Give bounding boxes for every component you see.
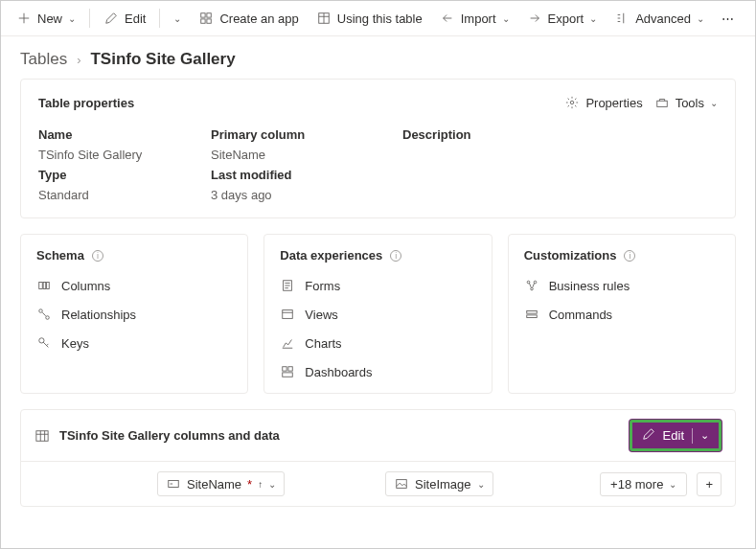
svg-rect-22 xyxy=(526,315,537,318)
advanced-label: Advanced xyxy=(635,11,691,26)
schema-keys-link[interactable]: Keys xyxy=(36,335,232,351)
plus-icon: + xyxy=(705,477,713,492)
breadcrumb-root[interactable]: Tables xyxy=(20,50,67,69)
edit-label: Edit xyxy=(125,11,146,26)
image-icon xyxy=(394,476,409,492)
chevron-down-icon: ⌄ xyxy=(502,13,510,24)
svg-point-10 xyxy=(39,309,43,313)
edit-button[interactable]: Edit xyxy=(96,7,153,30)
data-exp-title: Data experiences xyxy=(280,248,382,263)
svg-rect-17 xyxy=(283,373,293,377)
link-label: Keys xyxy=(61,336,89,351)
properties-label: Properties xyxy=(585,96,642,110)
info-icon[interactable]: i xyxy=(624,250,635,262)
chevron-down-icon: ⌄ xyxy=(477,479,485,490)
views-link[interactable]: Views xyxy=(280,307,475,322)
rules-icon xyxy=(524,278,539,293)
new-label: New xyxy=(37,11,62,26)
edit-data-button[interactable]: Edit ⌄ xyxy=(630,420,722,451)
overflow-button[interactable]: ⋯ xyxy=(714,8,742,30)
view-icon xyxy=(280,307,295,322)
svg-rect-24 xyxy=(169,481,179,488)
dashboards-link[interactable]: Dashboards xyxy=(280,364,475,379)
prop-label-description: Description xyxy=(402,127,718,142)
charts-link[interactable]: Charts xyxy=(280,335,475,351)
prop-value-modified: 3 days ago xyxy=(211,188,402,202)
more-columns-button[interactable]: +18 more ⌄ xyxy=(600,472,687,496)
chevron-down-icon: ⌄ xyxy=(268,479,276,490)
column-label: SiteImage xyxy=(415,477,471,492)
svg-rect-15 xyxy=(283,367,286,371)
chevron-down-icon: ⌄ xyxy=(173,13,181,24)
svg-rect-6 xyxy=(656,101,667,106)
svg-point-11 xyxy=(46,316,50,320)
chevron-down-icon[interactable]: ⌄ xyxy=(700,429,709,442)
relationships-icon xyxy=(36,307,52,322)
svg-point-20 xyxy=(530,287,533,290)
info-icon[interactable]: i xyxy=(390,250,401,262)
advanced-icon xyxy=(614,11,630,26)
tools-label: Tools xyxy=(676,96,704,110)
prop-label-primary: Primary column xyxy=(211,127,402,142)
svg-rect-2 xyxy=(201,19,205,23)
table-icon xyxy=(316,11,332,26)
export-button[interactable]: Export ⌄ xyxy=(519,7,606,30)
schema-relationships-link[interactable]: Relationships xyxy=(36,307,232,322)
info-icon[interactable]: i xyxy=(92,250,103,262)
column-label: SiteName xyxy=(187,477,241,492)
edit-dropdown[interactable]: ⌄ xyxy=(166,10,189,28)
card-title: Table properties xyxy=(38,96,134,110)
svg-rect-23 xyxy=(36,430,48,441)
overflow-icon: ⋯ xyxy=(722,11,734,26)
form-icon xyxy=(280,278,295,293)
chevron-down-icon: ⌄ xyxy=(697,13,704,24)
svg-rect-1 xyxy=(207,13,211,17)
create-app-button[interactable]: Create an app xyxy=(191,7,306,30)
data-grid-section: TSinfo Site Gallery columns and data Edi… xyxy=(20,409,736,507)
advanced-button[interactable]: Advanced ⌄ xyxy=(607,7,712,30)
link-label: Commands xyxy=(549,308,612,322)
prop-value-type: Standard xyxy=(38,188,211,202)
schema-columns-link[interactable]: Columns xyxy=(36,278,232,293)
svg-rect-3 xyxy=(207,19,211,23)
column-header-sitename[interactable]: SiteName * ↑ ⌄ xyxy=(157,471,285,496)
chevron-down-icon: ⌄ xyxy=(589,13,597,24)
app-icon xyxy=(198,11,214,26)
breadcrumb-current: TSinfo Site Gallery xyxy=(90,50,235,69)
chevron-down-icon: ⌄ xyxy=(710,98,718,108)
commands-link[interactable]: Commands xyxy=(524,307,720,322)
business-rules-link[interactable]: Business rules xyxy=(524,278,720,293)
svg-point-5 xyxy=(571,101,575,104)
new-button[interactable]: New ⌄ xyxy=(9,7,83,30)
using-table-button[interactable]: Using this table xyxy=(309,7,430,30)
forms-link[interactable]: Forms xyxy=(280,278,475,293)
data-grid-title: TSinfo Site Gallery columns and data xyxy=(59,428,280,443)
link-label: Relationships xyxy=(61,308,136,322)
toolbox-icon xyxy=(654,95,670,110)
split-divider xyxy=(692,428,693,444)
dashboard-icon xyxy=(280,364,295,379)
add-column-button[interactable]: + xyxy=(697,472,722,496)
link-label: Business rules xyxy=(549,279,630,293)
content-area: Table properties Properties Tools ⌄ Name… xyxy=(1,79,755,526)
import-button[interactable]: Import ⌄ xyxy=(432,7,517,30)
svg-rect-25 xyxy=(397,480,407,489)
svg-rect-0 xyxy=(201,13,205,17)
prop-label-name: Name xyxy=(38,127,211,142)
export-label: Export xyxy=(548,11,584,26)
link-label: Dashboards xyxy=(305,365,372,379)
tools-button[interactable]: Tools ⌄ xyxy=(654,95,718,110)
plus-icon xyxy=(16,11,32,26)
text-icon xyxy=(166,476,181,492)
pencil-icon xyxy=(103,11,119,26)
using-table-label: Using this table xyxy=(337,11,423,26)
columns-icon xyxy=(36,278,52,293)
svg-rect-9 xyxy=(47,283,50,289)
column-header-siteimage[interactable]: SiteImage ⌄ xyxy=(385,471,493,496)
import-label: Import xyxy=(461,11,496,26)
link-label: Columns xyxy=(61,279,110,293)
properties-button[interactable]: Properties xyxy=(564,95,642,110)
prop-value-description xyxy=(402,148,718,162)
table-icon xyxy=(34,428,50,444)
data-experiences-card: Data experiences i Forms Views Charts xyxy=(263,234,492,394)
